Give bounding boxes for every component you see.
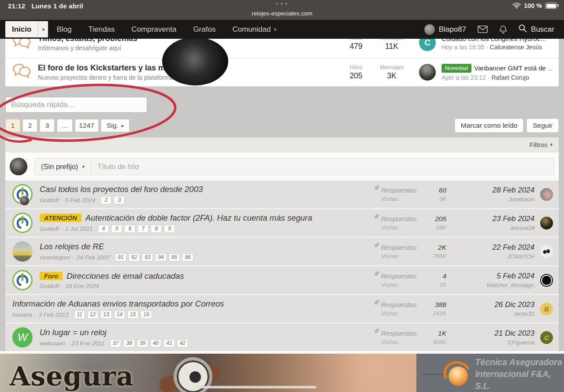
thread-row[interactable]: W Un lugar = un reloj webcaam · 23 Ene 2… (5, 322, 559, 351)
page-chip[interactable]: 37 (110, 339, 121, 348)
last-reply-avatar[interactable]: B (540, 303, 553, 315)
bell-icon[interactable] (499, 25, 507, 34)
next-page-button[interactable]: Sig. ▸ (101, 119, 130, 132)
page-chip[interactable]: 91 (115, 253, 126, 262)
prefix-dropdown[interactable]: (Sin prefijo) ▾ (35, 158, 91, 175)
views-label: Visitas: (381, 281, 400, 288)
thread-title[interactable]: Autenticación de doble factor (2FA). Haz… (85, 213, 312, 223)
thread-title[interactable]: Direcciones de email caducadas (67, 271, 184, 281)
nav-tab-compraventa[interactable]: Compraventa (123, 25, 185, 34)
page-chip[interactable]: 15 (127, 311, 138, 319)
hilos-count: 205 (340, 71, 372, 81)
thread-row[interactable]: Información de Aduanas envíos transporta… (5, 294, 559, 322)
last-reply-user[interactable]: JCWATCH (456, 253, 534, 260)
last-reply-user[interactable]: Josebacm (456, 196, 534, 203)
status-domain: relojes-especiales.com (0, 10, 564, 17)
thread-title[interactable]: Un lugar = un reloj (40, 328, 107, 337)
forum-row[interactable]: Timos, estafas, problemas Infórmanos y d… (5, 39, 559, 58)
last-reply-user[interactable]: bicho31 (456, 311, 534, 317)
last-post-title[interactable]: Vanbanner GMT está de … (474, 64, 553, 72)
page-chip[interactable]: 39 (137, 339, 148, 348)
page-chip[interactable]: 8 (151, 225, 162, 233)
thread-title[interactable]: Los relojes de RE (40, 242, 104, 251)
last-reply-avatar[interactable]: C (540, 331, 553, 344)
page-chip[interactable]: 96 (182, 253, 193, 262)
last-reply-avatar[interactable] (540, 274, 553, 287)
last-reply-avatar[interactable] (540, 217, 553, 229)
last-reply-user[interactable]: CFigueroa (456, 339, 534, 346)
page-chip[interactable]: 3 (114, 196, 125, 204)
page-chip[interactable]: 93 (142, 253, 153, 262)
views-count: 241K (433, 310, 446, 317)
starter-avatar[interactable]: W (12, 327, 33, 348)
re-logo-avatar[interactable] (12, 213, 33, 233)
thread-title[interactable]: Casi todos los proyectos del foro desde … (40, 185, 203, 194)
page-chip[interactable]: 16 (141, 311, 152, 319)
page-chip[interactable]: 94 (155, 253, 166, 262)
nav-tab-tiendas[interactable]: Tiendas (80, 25, 123, 34)
page-button-1247[interactable]: 1247 (75, 119, 99, 132)
last-reply-avatar[interactable] (540, 245, 553, 258)
forum-row[interactable]: El foro de los Kickstarters y las microm… (5, 58, 559, 86)
thread-row[interactable]: Casi todos los proyectos del foro desde … (5, 181, 559, 208)
re-logo-avatar[interactable] (12, 184, 33, 204)
thread-author[interactable]: Goldoff (40, 283, 59, 289)
page-button-3[interactable]: 3 (40, 119, 55, 132)
last-post-title[interactable]: Cuidado con los Longines Hydroc… (442, 39, 547, 42)
starter-avatar[interactable] (12, 241, 33, 262)
thread-row[interactable]: Los relojes de RE vicentegom · 24 Feb 20… (5, 237, 559, 265)
last-post-user[interactable]: Rafael Corujo (491, 74, 529, 81)
page-chip[interactable]: 14 (114, 311, 125, 319)
page-chip[interactable]: 95 (169, 253, 180, 262)
account-menu[interactable]: Blapo87 (424, 24, 466, 35)
last-post-avatar[interactable]: C (419, 39, 436, 51)
thread-author[interactable]: vicentegom (40, 254, 70, 261)
starter-avatar[interactable] (162, 37, 228, 85)
last-post-user[interactable]: Calceatense Jesús (490, 44, 542, 51)
thread-row[interactable]: Foro Direcciones de email caducadas Gold… (5, 265, 559, 294)
last-reply-avatar[interactable] (540, 188, 553, 201)
thread-title-input[interactable] (91, 158, 554, 175)
thread-author[interactable]: huriana (12, 311, 32, 318)
thread-row[interactable]: ATENCIÓN Autenticación de doble factor (… (5, 208, 559, 237)
page-chip[interactable]: 41 (163, 339, 174, 348)
thread-author[interactable]: Goldoff (40, 197, 59, 203)
home-indicator[interactable] (197, 386, 316, 388)
thread-title[interactable]: Información de Aduanas envíos transporta… (12, 299, 224, 309)
page-chip[interactable]: 5 (111, 225, 122, 233)
thread-page-chips: 373839404142 (110, 339, 190, 348)
page-chip[interactable]: 7 (137, 225, 148, 233)
page-chip[interactable]: 9 (164, 225, 175, 233)
last-reply-user[interactable]: Watcher_Nostalgic (456, 282, 534, 288)
thread-author[interactable]: Goldoff (40, 226, 59, 232)
page-chip[interactable]: 13 (100, 311, 111, 319)
page-button-2[interactable]: 2 (22, 119, 37, 132)
user-avatar[interactable] (424, 24, 435, 35)
filters-button[interactable]: Filtros ▾ (530, 141, 553, 148)
nav-tab-grafos[interactable]: Grafos (185, 25, 224, 34)
page-chip[interactable]: 11 (74, 311, 85, 319)
follow-button[interactable]: Seguir (527, 118, 559, 133)
nav-search[interactable]: Buscar (519, 24, 554, 35)
page-button-1[interactable]: 1 (5, 119, 20, 132)
page-chip[interactable]: 6 (124, 225, 135, 233)
thread-author[interactable]: webcaam (40, 340, 65, 347)
chevron-down-icon[interactable]: ▾ (38, 21, 48, 37)
quick-search-input[interactable] (5, 97, 147, 113)
nav-tab-inicio[interactable]: Inicio ▾ (5, 21, 48, 37)
nav-tab-blog[interactable]: Blog (48, 25, 80, 34)
page-chip[interactable]: 2 (100, 196, 111, 204)
re-logo-avatar[interactable] (12, 270, 33, 290)
page-chip[interactable]: 4 (98, 225, 109, 233)
mark-read-button[interactable]: Marcar como leído (455, 118, 523, 133)
last-reply-user[interactable]: ancora24 (456, 225, 534, 231)
mail-icon[interactable] (478, 26, 488, 33)
page-chip[interactable]: 12 (87, 311, 98, 319)
page-chip[interactable]: 92 (129, 253, 140, 262)
nav-tab-comunidad[interactable]: Comunidad ▾ (224, 25, 285, 34)
page-ellipsis[interactable]: … (57, 119, 73, 132)
last-post-avatar[interactable] (419, 64, 436, 81)
page-chip[interactable]: 38 (123, 339, 134, 348)
page-chip[interactable]: 42 (177, 339, 188, 348)
page-chip[interactable]: 40 (150, 339, 161, 348)
